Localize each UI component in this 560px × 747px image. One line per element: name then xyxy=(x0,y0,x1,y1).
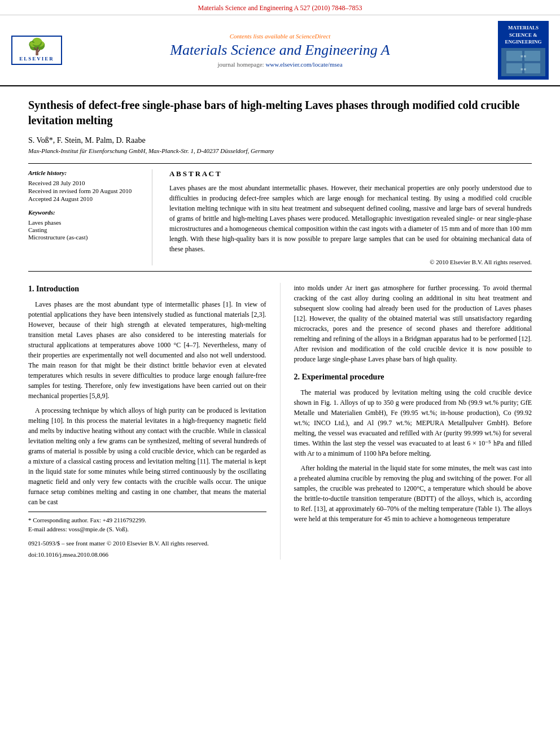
abstract-block: A B S T R A C T Laves phases are the mos… xyxy=(169,169,532,265)
body-col-right: into molds under Ar inert gas atmosphere… xyxy=(294,283,532,560)
elsevier-logo: 🌳 ELSEVIER xyxy=(11,36,62,65)
section1-heading: Introduction xyxy=(36,285,79,293)
body-col-left: 1. Introduction Laves phases are the mos… xyxy=(28,283,266,560)
corresponding-author: * Corresponding author. Fax: +49 2116792… xyxy=(28,516,266,525)
keyword-2: Casting xyxy=(28,226,143,233)
section1-number: 1. xyxy=(28,285,34,293)
contents-label: Contents lists available at xyxy=(230,33,295,40)
mse-logo-image: ■ ■ ■ ■ xyxy=(501,48,545,76)
footnote-area: * Corresponding author. Fax: +49 2116792… xyxy=(28,512,266,560)
authors: S. Voß*, F. Stein, M. Palm, D. Raabe xyxy=(28,136,532,145)
right-para3: After holding the material in the liquid… xyxy=(294,463,532,524)
received-date: Received 28 July 2010 xyxy=(28,180,143,186)
svg-text:■ ■: ■ ■ xyxy=(520,54,526,59)
intro-para2: A processing technique by which alloys o… xyxy=(28,405,266,507)
section2-heading: 2. Experimental procedure xyxy=(294,373,384,381)
elsevier-tree-icon: 🌳 xyxy=(15,39,59,55)
article-title: Synthesis of defect-free single-phase ba… xyxy=(28,98,532,128)
history-title: Article history: xyxy=(28,169,143,176)
sciencedirect-line: Contents lists available at ScienceDirec… xyxy=(73,33,487,40)
right-para1: into molds under Ar inert gas atmosphere… xyxy=(294,283,532,364)
accepted-date: Accepted 24 August 2010 xyxy=(28,195,143,202)
right-para2: The material was produced by levitation … xyxy=(294,387,532,458)
journal-title: Materials Science and Engineering A xyxy=(73,42,487,59)
svg-text:■ ■: ■ ■ xyxy=(520,67,526,72)
keywords-list: Laves phases Casting Microstructure (as-… xyxy=(28,219,143,241)
homepage-url[interactable]: www.elsevier.com/locate/msea xyxy=(265,61,342,68)
journal-header: 🌳 ELSEVIER Contents lists available at S… xyxy=(0,15,560,86)
body-columns: 1. Introduction Laves phases are the mos… xyxy=(28,283,532,560)
sciencedirect-name[interactable]: ScienceDirect xyxy=(296,33,330,40)
svg-rect-4 xyxy=(524,63,540,73)
keyword-1: Laves phases xyxy=(28,219,143,226)
email-address: E-mail address: voss@mpie.de (S. Voß). xyxy=(28,525,266,534)
elsevier-wordmark: ELSEVIER xyxy=(15,56,59,62)
keyword-3: Microstructure (as-cast) xyxy=(28,234,143,241)
section1-title: 1. Introduction xyxy=(28,283,266,295)
svg-rect-1 xyxy=(506,51,522,61)
svg-rect-3 xyxy=(506,63,522,73)
affiliation: Max-Planck-Institut für Eisenforschung G… xyxy=(28,147,532,154)
doi-line: doi:10.1016/j.msea.2010.08.066 xyxy=(28,550,266,560)
mse-logo-text: MATERIALSSCIENCE &ENGINEERING ■ ■ ■ ■ xyxy=(498,21,549,80)
abstract-text: Laves phases are the most abundant inter… xyxy=(169,183,532,254)
svg-rect-2 xyxy=(524,51,540,61)
abstract-title: A B S T R A C T xyxy=(169,169,532,178)
received-revised-date: Received in revised form 20 August 2010 xyxy=(28,187,143,194)
homepage-line: journal homepage: www.elsevier.com/locat… xyxy=(73,61,487,68)
article-info: Article history: Received 28 July 2010 R… xyxy=(28,169,152,265)
journal-reference[interactable]: Materials Science and Engineering A 527 … xyxy=(198,4,362,12)
keywords-title: Keywords: xyxy=(28,209,143,216)
top-bar: Materials Science and Engineering A 527 … xyxy=(0,0,560,15)
article-meta: Article history: Received 28 July 2010 R… xyxy=(28,163,532,272)
section2-title: 2. Experimental procedure xyxy=(294,371,532,383)
main-content: Synthesis of defect-free single-phase ba… xyxy=(0,86,560,576)
copyright: © 2010 Elsevier B.V. All rights reserved… xyxy=(169,259,532,265)
mse-logo: MATERIALSSCIENCE &ENGINEERING ■ ■ ■ ■ xyxy=(498,21,549,80)
column-divider xyxy=(280,283,281,560)
journal-title-block: Contents lists available at ScienceDirec… xyxy=(73,33,487,68)
homepage-label: journal homepage: xyxy=(217,61,264,68)
author-names: S. Voß*, F. Stein, M. Palm, D. Raabe xyxy=(28,136,146,145)
issn-line: 0921-5093/$ – see front matter © 2010 El… xyxy=(28,539,266,548)
intro-para1: Laves phases are the most abundant type … xyxy=(28,299,266,401)
